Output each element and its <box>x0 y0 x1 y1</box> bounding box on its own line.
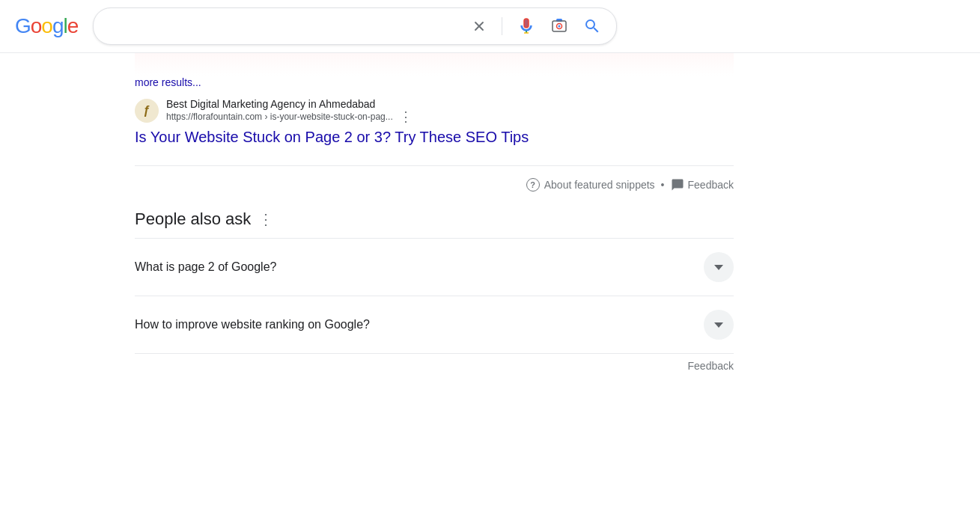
google-logo[interactable]: Google <box>15 14 78 38</box>
paa-question: How to improve website ranking on Google… <box>135 318 370 331</box>
header: Google website stuck on page 2? <box>0 0 980 53</box>
microphone-icon <box>517 17 535 35</box>
search-result-card: ƒ Best Digital Marketing Agency in Ahmed… <box>135 89 734 159</box>
svg-point-4 <box>559 25 561 28</box>
paa-item[interactable]: What is page 2 of Google? <box>135 239 734 296</box>
voice-search-button[interactable] <box>514 14 538 38</box>
result-menu-dots[interactable]: ⋮ <box>398 110 414 123</box>
paa-expand-button[interactable] <box>704 310 734 340</box>
chevron-down-icon <box>714 322 723 328</box>
paa-expand-button[interactable] <box>704 252 734 282</box>
search-input[interactable]: website stuck on page 2? <box>106 19 463 33</box>
paa-title: People also ask <box>135 209 251 229</box>
bottom-feedback-area: Feedback <box>135 354 734 378</box>
result-source: ƒ Best Digital Marketing Agency in Ahmed… <box>135 98 734 123</box>
magnify-icon <box>583 17 601 35</box>
bottom-feedback-button[interactable]: Feedback <box>688 360 734 372</box>
search-button[interactable] <box>580 14 604 38</box>
feedback-label: Feedback <box>688 179 734 191</box>
feedback-button[interactable]: Feedback <box>671 178 734 192</box>
search-bar: website stuck on page 2? <box>93 7 617 45</box>
paa-menu-dots[interactable]: ⋮ <box>258 210 275 228</box>
search-icons <box>469 14 604 38</box>
site-url-row: https://florafountain.com › is-your-webs… <box>166 110 414 123</box>
feedback-icon <box>671 178 684 192</box>
chevron-down-icon <box>714 265 723 270</box>
paa-question: What is page 2 of Google? <box>135 260 276 274</box>
site-url: https://florafountain.com › is-your-webs… <box>166 111 393 122</box>
people-also-ask-section: People also ask ⋮ What is page 2 of Goog… <box>135 209 734 354</box>
snippets-bar: ? About featured snippets • Feedback <box>135 172 734 204</box>
about-snippets[interactable]: ? About featured snippets <box>526 178 655 192</box>
result-title-link[interactable]: Is Your Website Stuck on Page 2 or 3? Tr… <box>135 126 734 147</box>
lens-icon <box>550 17 568 35</box>
close-icon <box>472 19 487 34</box>
paa-header: People also ask ⋮ <box>135 209 734 229</box>
icon-divider <box>502 17 502 35</box>
about-snippets-label: About featured snippets <box>544 179 655 191</box>
google-lens-button[interactable] <box>547 14 571 38</box>
dot-separator: • <box>661 179 665 191</box>
clear-button[interactable] <box>469 16 490 37</box>
paa-item[interactable]: How to improve website ranking on Google… <box>135 296 734 353</box>
site-name: Best Digital Marketing Agency in Ahmedab… <box>166 98 414 110</box>
site-favicon: ƒ <box>135 99 159 123</box>
top-fade <box>135 53 734 76</box>
source-info: Best Digital Marketing Agency in Ahmedab… <box>166 98 414 123</box>
result-divider <box>135 165 734 166</box>
question-icon: ? <box>526 178 540 192</box>
main-content: more results... ƒ Best Digital Marketing… <box>0 53 749 393</box>
